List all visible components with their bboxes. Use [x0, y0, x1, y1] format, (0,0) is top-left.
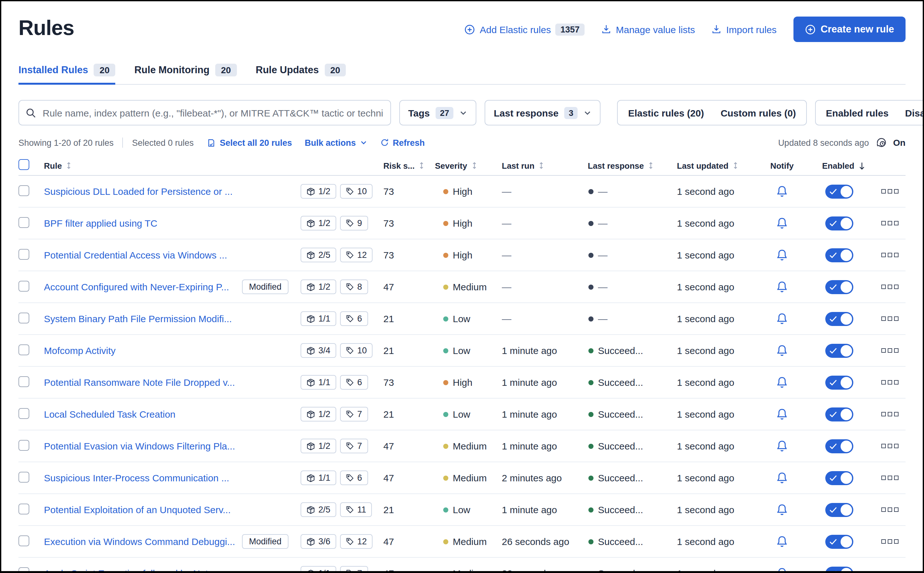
- import-rules-button[interactable]: Import rules: [712, 24, 777, 35]
- tags-badge[interactable]: 12: [340, 248, 373, 262]
- row-actions-button[interactable]: [874, 348, 905, 353]
- row-actions-button[interactable]: [874, 444, 905, 448]
- notification-bell-icon[interactable]: [776, 440, 788, 452]
- integrations-badge[interactable]: 1/2: [301, 439, 336, 453]
- rule-search-input[interactable]: [41, 106, 384, 119]
- notification-bell-icon[interactable]: [776, 249, 788, 261]
- row-actions-button[interactable]: [874, 539, 905, 544]
- rule-name-link[interactable]: Potential Credential Access via Windows …: [44, 250, 242, 260]
- elastic-rules-filter[interactable]: Elastic rules (20): [628, 107, 704, 118]
- enabled-rules-filter[interactable]: Enabled rules: [826, 107, 889, 118]
- rule-name-link[interactable]: Local Scheduled Task Creation: [44, 409, 242, 420]
- column-header-last-run[interactable]: Last run: [502, 161, 588, 170]
- rule-name-link[interactable]: Potential Exploitation of an Unquoted Se…: [44, 504, 242, 515]
- row-checkbox[interactable]: [19, 440, 29, 451]
- tags-badge[interactable]: 12: [340, 534, 373, 549]
- rule-name-link[interactable]: BPF filter applied using TC: [44, 218, 242, 229]
- notification-bell-icon[interactable]: [776, 185, 788, 198]
- enabled-toggle[interactable]: [825, 566, 853, 573]
- row-actions-button[interactable]: [874, 412, 905, 416]
- column-header-rule[interactable]: Rule: [44, 161, 242, 170]
- integrations-badge[interactable]: 1/1: [301, 375, 336, 390]
- row-checkbox[interactable]: [19, 280, 29, 291]
- row-actions-button[interactable]: [874, 476, 905, 480]
- integrations-badge[interactable]: 1/2: [301, 184, 336, 199]
- refresh-button[interactable]: Refresh: [380, 138, 425, 147]
- notification-bell-icon[interactable]: [776, 503, 788, 516]
- column-header-last-response[interactable]: Last response: [588, 161, 677, 170]
- row-checkbox[interactable]: [19, 185, 29, 196]
- notification-bell-icon[interactable]: [776, 535, 788, 548]
- disabled-rules-filter[interactable]: Disabled rules: [905, 107, 924, 118]
- row-checkbox[interactable]: [19, 535, 29, 546]
- last-response-filter-button[interactable]: Last response 3: [485, 100, 601, 125]
- enabled-toggle[interactable]: [825, 248, 853, 262]
- tags-badge[interactable]: 8: [340, 280, 368, 294]
- row-actions-button[interactable]: [874, 571, 905, 573]
- column-header-severity[interactable]: Severity: [432, 161, 502, 170]
- manage-value-lists-button[interactable]: Manage value lists: [601, 24, 695, 35]
- enabled-toggle[interactable]: [825, 184, 853, 198]
- tags-badge[interactable]: 10: [340, 343, 373, 358]
- tags-badge[interactable]: 9: [340, 216, 368, 230]
- tab-rule-monitoring[interactable]: Rule Monitoring 20: [135, 64, 236, 84]
- row-checkbox[interactable]: [19, 503, 29, 514]
- rule-name-link[interactable]: Potential Ransomware Note File Dropped v…: [44, 377, 242, 388]
- tags-badge[interactable]: 7: [340, 439, 368, 453]
- tab-rule-updates[interactable]: Rule Updates 20: [256, 64, 346, 84]
- tab-installed-rules[interactable]: Installed Rules 20: [19, 64, 115, 84]
- create-new-rule-button[interactable]: Create new rule: [793, 17, 905, 42]
- tags-badge[interactable]: 7: [340, 566, 368, 573]
- tags-badge[interactable]: 6: [340, 471, 368, 485]
- rule-name-link[interactable]: Account Configured with Never-Expiring P…: [44, 282, 242, 292]
- row-actions-button[interactable]: [874, 221, 905, 225]
- auto-refresh-toggle[interactable]: On: [893, 138, 905, 148]
- tags-filter-button[interactable]: Tags 27: [399, 100, 477, 125]
- rule-name-link[interactable]: Execution via Windows Command Debuggi...: [44, 536, 242, 547]
- row-actions-button[interactable]: [874, 285, 905, 289]
- enabled-toggle[interactable]: [825, 216, 853, 230]
- integrations-badge[interactable]: 2/5: [301, 503, 336, 517]
- notification-bell-icon[interactable]: [776, 217, 788, 230]
- enabled-toggle[interactable]: [825, 280, 853, 294]
- enabled-toggle[interactable]: [825, 343, 853, 357]
- enabled-toggle[interactable]: [825, 503, 853, 517]
- enabled-toggle[interactable]: [825, 407, 853, 421]
- row-checkbox[interactable]: [19, 471, 29, 482]
- notification-bell-icon[interactable]: [776, 471, 788, 484]
- enabled-toggle[interactable]: [825, 439, 853, 453]
- notification-bell-icon[interactable]: [776, 344, 788, 357]
- row-checkbox[interactable]: [19, 217, 29, 228]
- integrations-badge[interactable]: 1/1: [301, 471, 336, 485]
- clock-refresh-icon[interactable]: [875, 137, 887, 148]
- row-actions-button[interactable]: [874, 380, 905, 385]
- row-actions-button[interactable]: [874, 189, 905, 194]
- rule-name-link[interactable]: Mofcomp Activity: [44, 345, 242, 356]
- row-checkbox[interactable]: [19, 408, 29, 419]
- rule-name-link[interactable]: Apple Script Execution followed by Netwo…: [44, 568, 242, 573]
- tags-badge[interactable]: 6: [340, 375, 368, 390]
- notification-bell-icon[interactable]: [776, 567, 788, 573]
- enabled-toggle[interactable]: [825, 471, 853, 485]
- integrations-badge[interactable]: 2/5: [301, 248, 336, 262]
- integrations-badge[interactable]: 1/1: [301, 312, 336, 326]
- enabled-toggle[interactable]: [825, 534, 853, 548]
- integrations-badge[interactable]: 1/2: [301, 407, 336, 421]
- row-checkbox[interactable]: [19, 249, 29, 260]
- bulk-actions-button[interactable]: Bulk actions: [305, 138, 367, 147]
- enabled-toggle[interactable]: [825, 375, 853, 389]
- notification-bell-icon[interactable]: [776, 312, 788, 325]
- row-checkbox[interactable]: [19, 312, 29, 323]
- rule-name-link[interactable]: Suspicious DLL Loaded for Persistence or…: [44, 186, 242, 197]
- notification-bell-icon[interactable]: [776, 280, 788, 293]
- integrations-badge[interactable]: 1/2: [301, 280, 336, 294]
- column-header-last-updated[interactable]: Last updated: [677, 161, 760, 170]
- notification-bell-icon[interactable]: [776, 408, 788, 421]
- integrations-badge[interactable]: 1/2: [301, 216, 336, 230]
- tags-badge[interactable]: 10: [340, 184, 373, 199]
- rule-name-link[interactable]: Potential Evasion via Windows Filtering …: [44, 441, 242, 451]
- custom-rules-filter[interactable]: Custom rules (0): [720, 107, 796, 118]
- notification-bell-icon[interactable]: [776, 376, 788, 389]
- select-all-checkbox[interactable]: [19, 159, 29, 170]
- column-header-risk-score[interactable]: Risk s...: [374, 161, 432, 170]
